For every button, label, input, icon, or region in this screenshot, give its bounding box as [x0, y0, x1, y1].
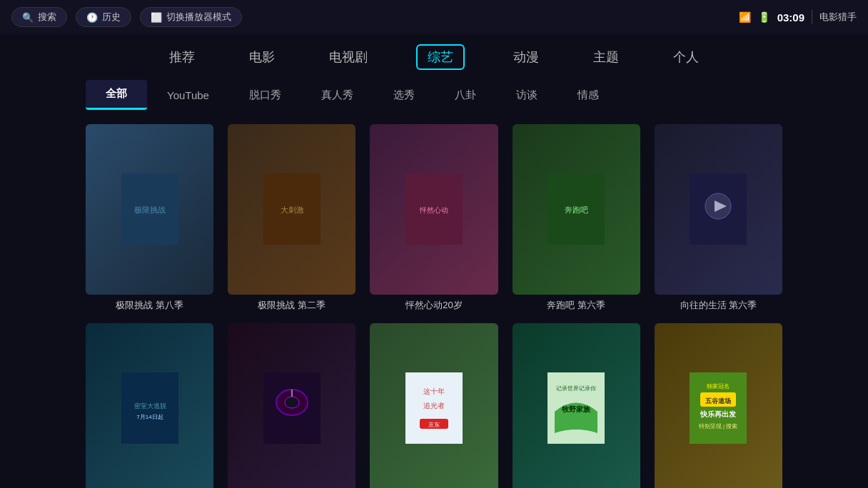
history-icon: 🕐: [86, 12, 98, 23]
svg-text:奔跑吧: 奔跑吧: [565, 205, 588, 214]
battery-icon: 🔋: [758, 11, 770, 23]
card-8[interactable]: 这十年 追光者 京东 这十年 追光者: [370, 323, 498, 488]
card-thumb-3: 怦然心动: [370, 124, 498, 295]
card-thumb-10: 独家冠名 五谷道场 快乐再出发 特别呈现 | 搜索: [655, 323, 782, 488]
svg-text:密室大逃脱: 密室大逃脱: [133, 402, 166, 410]
sub-nav-emotion[interactable]: 情感: [557, 81, 619, 109]
sub-nav-interview[interactable]: 访谈: [496, 81, 557, 109]
card-2[interactable]: 大刺激 极限挑战 第二季: [228, 124, 355, 312]
content-grid-row1: 极限挑战 极限挑战 第八季 大刺激 极限挑战 第二季 怦然心动: [0, 124, 868, 312]
svg-text:极限挑战: 极限挑战: [133, 205, 166, 214]
top-bar-right: 📶 🔋 03:09 电影猎手: [739, 10, 857, 24]
card-image-2: 大刺激: [228, 124, 355, 295]
sub-nav: 全部 YouTube 脱口秀 真人秀 选秀 八卦 访谈 情感: [0, 80, 868, 110]
nav-item-personal[interactable]: 个人: [667, 46, 705, 68]
card-image-4: 奔跑吧: [513, 124, 640, 295]
card-6[interactable]: 密室大逃脱 7月14日起 密室大逃脱 第四季: [86, 323, 213, 488]
top-bar: 🔍 搜索 🕐 历史 ⬜ 切换播放器模式 📶 🔋 03:09 电影猎手: [0, 0, 868, 34]
card-thumb-1: 极限挑战: [86, 124, 213, 295]
svg-text:7月14日起: 7月14日起: [136, 414, 163, 420]
card-10[interactable]: 独家冠名 五谷道场 快乐再出发 特别呈现 | 搜索 快乐再出发: [655, 323, 782, 488]
svg-point-16: [285, 397, 299, 408]
card-3[interactable]: 怦然心动 怦然心动20岁: [370, 124, 498, 312]
search-label: 搜索: [38, 11, 56, 24]
card-1[interactable]: 极限挑战 极限挑战 第八季: [86, 124, 213, 312]
svg-text:怦然心动: 怦然心动: [419, 206, 448, 214]
card-image-6: 密室大逃脱 7月14日起: [86, 323, 213, 488]
card-title-1: 极限挑战 第八季: [86, 299, 213, 312]
card-thumb-2: 大刺激: [228, 124, 355, 295]
card-title-2: 极限挑战 第二季: [228, 299, 355, 312]
card-image-3: 怦然心动: [370, 124, 498, 295]
svg-text:这十年: 这十年: [423, 387, 445, 395]
nav-item-variety[interactable]: 综艺: [416, 44, 465, 70]
card-image-5: [655, 124, 782, 295]
card-image-7: [228, 323, 355, 488]
sub-nav-gossip[interactable]: 八卦: [435, 81, 496, 109]
card-image-8: 这十年 追光者 京东: [370, 323, 498, 488]
nav-item-movie[interactable]: 电影: [243, 46, 281, 68]
svg-text:记录世界记录你: 记录世界记录你: [556, 385, 596, 392]
app-name: 电影猎手: [819, 11, 857, 24]
sub-nav-reality[interactable]: 真人秀: [301, 81, 373, 109]
nav-item-theme[interactable]: 主题: [587, 46, 625, 68]
card-image-9: 记录世界记录你 牧野家族: [513, 323, 640, 488]
history-label: 历史: [102, 11, 121, 24]
card-5[interactable]: 向往的生活 第六季: [655, 124, 782, 312]
player-mode-label: 切换播放器模式: [166, 11, 231, 24]
search-icon: 🔍: [22, 12, 34, 23]
sub-nav-idol[interactable]: 选秀: [373, 81, 435, 109]
card-title-3: 怦然心动20岁: [370, 299, 498, 312]
svg-text:追光者: 追光者: [423, 402, 445, 410]
svg-text:独家冠名: 独家冠名: [707, 383, 730, 390]
card-title-5: 向往的生活 第六季: [655, 299, 782, 312]
sub-nav-youtube[interactable]: YouTube: [147, 82, 229, 108]
sub-nav-talk[interactable]: 脱口秀: [229, 81, 301, 109]
nav-item-recommend[interactable]: 推荐: [163, 46, 201, 68]
content-grid-row2: 密室大逃脱 7月14日起 密室大逃脱 第四季 网络炼狱：揭发N号...: [0, 323, 868, 488]
top-bar-left: 🔍 搜索 🕐 历史 ⬜ 切换播放器模式: [11, 7, 242, 27]
sub-nav-all[interactable]: 全部: [86, 80, 147, 110]
card-7[interactable]: 网络炼狱：揭发N号...: [228, 323, 355, 488]
card-image-10: 独家冠名 五谷道场 快乐再出发 特别呈现 | 搜索: [655, 323, 782, 488]
svg-text:五谷道场: 五谷道场: [705, 397, 731, 405]
player-mode-button[interactable]: ⬜ 切换播放器模式: [140, 7, 242, 27]
nav-item-anime[interactable]: 动漫: [508, 46, 545, 68]
svg-text:京东: 京东: [428, 422, 440, 428]
card-title-4: 奔跑吧 第六季: [513, 299, 640, 312]
search-button[interactable]: 🔍 搜索: [11, 7, 67, 27]
time-display: 03:09: [777, 11, 804, 24]
card-4[interactable]: 奔跑吧 奔跑吧 第六季: [513, 124, 640, 312]
history-button[interactable]: 🕐 历史: [76, 7, 131, 27]
card-thumb-4: 奔跑吧: [513, 124, 640, 295]
svg-text:快乐再出发: 快乐再出发: [700, 410, 736, 418]
card-thumb-6: 密室大逃脱 7月14日起: [86, 323, 213, 488]
card-thumb-7: [228, 323, 355, 488]
card-thumb-8: 这十年 追光者 京东: [370, 323, 498, 488]
card-9[interactable]: 记录世界记录你 牧野家族 牧野家族: [513, 323, 640, 488]
svg-text:牧野家族: 牧野家族: [561, 405, 591, 413]
svg-text:特别呈现 | 搜索: 特别呈现 | 搜索: [699, 423, 738, 429]
divider: [812, 10, 812, 24]
nav-item-tv[interactable]: 电视剧: [323, 46, 373, 68]
main-nav: 推荐 电影 电视剧 综艺 动漫 主题 个人: [0, 34, 868, 80]
card-image-1: 极限挑战: [86, 124, 213, 295]
svg-text:大刺激: 大刺激: [280, 205, 303, 214]
card-thumb-5: [655, 124, 782, 295]
player-icon: ⬜: [151, 12, 162, 23]
wifi-icon: 📶: [739, 11, 751, 23]
card-thumb-9: 记录世界记录你 牧野家族: [513, 323, 640, 488]
